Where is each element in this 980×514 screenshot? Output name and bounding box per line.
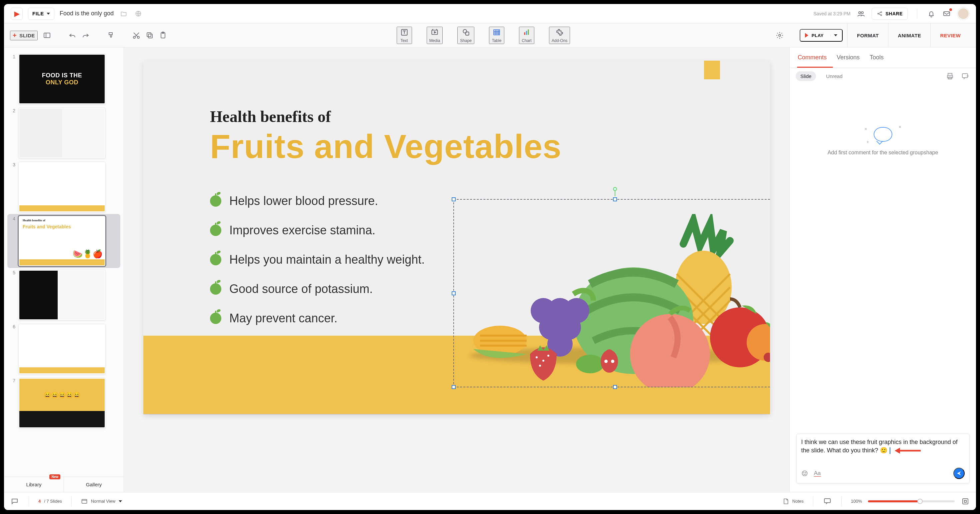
print-icon[interactable] bbox=[945, 72, 955, 81]
subtab-comments[interactable]: Comments bbox=[797, 52, 827, 63]
document-title[interactable]: Food is the only god bbox=[60, 10, 114, 17]
handle-w[interactable] bbox=[452, 291, 456, 295]
bullet-list[interactable]: Helps lower blood pressure. Improves exe… bbox=[210, 194, 425, 325]
svg-point-50 bbox=[802, 471, 807, 476]
zoom-slider[interactable] bbox=[868, 500, 955, 502]
thumbnails-scroll[interactable]: 1FOOD IS THEONLY GOD234Health benefits o… bbox=[4, 47, 124, 477]
thumbnail-item[interactable]: 3 bbox=[7, 160, 120, 214]
tab-format[interactable]: FORMAT bbox=[847, 23, 888, 47]
play-split[interactable] bbox=[830, 34, 837, 36]
thumbnail-preview bbox=[19, 270, 105, 320]
bullet-text: Helps lower blood pressure. bbox=[229, 194, 378, 208]
comment-pane-icon[interactable] bbox=[822, 496, 832, 506]
svg-rect-21 bbox=[528, 29, 529, 35]
svg-rect-20 bbox=[526, 31, 527, 35]
bullet-item[interactable]: Helps lower blood pressure. bbox=[210, 194, 425, 208]
play-icon bbox=[805, 33, 808, 38]
play-button[interactable]: PLAY bbox=[800, 29, 843, 42]
svg-point-51 bbox=[803, 473, 804, 473]
app-logo-icon: ▶ bbox=[14, 10, 19, 18]
view-selector[interactable]: Normal View bbox=[81, 498, 122, 504]
svg-point-39 bbox=[547, 355, 549, 356]
thumbnail-item[interactable]: 4Health benefits of Fruits and Vegetable… bbox=[7, 214, 120, 268]
slide-title[interactable]: Fruits and Vegetables bbox=[210, 127, 562, 165]
tab-animate[interactable]: ANIMATE bbox=[888, 23, 930, 47]
tab-library[interactable]: New Library bbox=[4, 477, 64, 492]
handle-n[interactable] bbox=[613, 197, 617, 201]
badge-dot bbox=[949, 8, 952, 11]
fit-icon[interactable] bbox=[961, 496, 970, 506]
chat-icon[interactable] bbox=[10, 496, 19, 506]
tab-review[interactable]: REVIEW bbox=[930, 23, 970, 47]
bullet-item[interactable]: Helps you maintain a healthy weight. bbox=[210, 253, 425, 267]
thumbnail-item[interactable]: 6 bbox=[7, 322, 120, 376]
subtab-tools[interactable]: Tools bbox=[869, 52, 885, 63]
emoji-icon[interactable] bbox=[801, 470, 808, 477]
collaborators-icon[interactable] bbox=[856, 9, 865, 18]
svg-point-1 bbox=[859, 12, 861, 14]
zoom-label[interactable]: 100% bbox=[851, 499, 862, 504]
total-slides: / 7 Slides bbox=[44, 499, 62, 504]
rotate-handle[interactable] bbox=[613, 187, 617, 191]
canvas-area[interactable]: Health benefits of Fruits and Vegetables… bbox=[124, 47, 789, 492]
share-button[interactable]: SHARE bbox=[872, 8, 908, 20]
app-logo-button[interactable]: ▶ bbox=[11, 8, 23, 20]
notes-toggle[interactable]: Notes bbox=[782, 498, 803, 504]
thumbnail-item[interactable]: 1FOOD IS THEONLY GOD bbox=[7, 52, 120, 106]
globe-icon[interactable] bbox=[134, 9, 143, 18]
comment-composer[interactable]: I think we can use these fruit graphics … bbox=[796, 434, 970, 483]
thumbnail-item[interactable]: 5 bbox=[7, 268, 120, 322]
filter-unread[interactable]: Unread bbox=[821, 71, 847, 81]
svg-point-41 bbox=[576, 355, 604, 373]
comment-add-icon[interactable] bbox=[961, 72, 970, 81]
filter-slide[interactable]: Slide bbox=[795, 71, 816, 81]
thumbnail-preview: Health benefits of Fruits and Vegetables… bbox=[19, 216, 105, 266]
zoom-knob[interactable] bbox=[917, 499, 923, 504]
folder-icon[interactable] bbox=[119, 9, 128, 18]
bullet-item[interactable]: May prevent cancer. bbox=[210, 311, 425, 325]
send-comment-button[interactable] bbox=[953, 468, 965, 479]
format-painter-icon[interactable] bbox=[107, 31, 115, 40]
thumbnail-item[interactable]: 2 bbox=[7, 106, 120, 160]
tab-library-label: Library bbox=[26, 482, 42, 487]
handle-nw[interactable] bbox=[452, 197, 456, 201]
thumbnail-item[interactable]: 7😄😄😄😄😄 bbox=[7, 376, 120, 430]
settings-gear-icon[interactable] bbox=[776, 31, 784, 40]
bullet-text: Improves exercise stamina. bbox=[229, 223, 375, 237]
mail-icon[interactable] bbox=[942, 9, 951, 18]
bullet-item[interactable]: Improves exercise stamina. bbox=[210, 223, 425, 237]
redo-icon[interactable] bbox=[82, 31, 90, 40]
layout-icon[interactable] bbox=[43, 31, 51, 40]
slide-4[interactable]: Health benefits of Fruits and Vegetables… bbox=[143, 60, 770, 414]
new-badge: New bbox=[49, 474, 60, 479]
thumbnail-number: 3 bbox=[10, 162, 15, 212]
insert-text[interactable]: Text bbox=[397, 27, 412, 44]
active-underline bbox=[797, 67, 833, 68]
text-format-icon[interactable]: Aa bbox=[814, 470, 821, 477]
svg-point-44 bbox=[605, 360, 608, 363]
bullet-item[interactable]: Good source of potassium. bbox=[210, 282, 425, 296]
insert-addons[interactable]: Add-Ons bbox=[549, 27, 570, 44]
thumbnail-number: 7 bbox=[10, 378, 15, 428]
insert-tools: Text Media Shape Table Chart Add-Ons bbox=[137, 27, 830, 44]
undo-icon[interactable] bbox=[68, 31, 76, 40]
insert-shape[interactable]: Shape bbox=[457, 27, 474, 44]
svg-point-37 bbox=[536, 356, 538, 358]
insert-table[interactable]: Table bbox=[489, 27, 504, 44]
avatar[interactable] bbox=[957, 8, 969, 20]
fruit-illustration[interactable] bbox=[457, 214, 770, 387]
insert-media[interactable]: Media bbox=[427, 27, 443, 44]
subtab-versions[interactable]: Versions bbox=[836, 52, 860, 63]
file-menu[interactable]: FILE bbox=[28, 8, 54, 20]
thumbnail-preview: FOOD IS THEONLY GOD bbox=[19, 54, 105, 104]
thumbnail-number: 6 bbox=[10, 324, 15, 374]
comment-input[interactable]: I think we can use these fruit graphics … bbox=[801, 438, 965, 454]
play-label: PLAY bbox=[812, 33, 824, 38]
new-slide-button[interactable]: + SLIDE bbox=[10, 31, 38, 40]
file-label: FILE bbox=[32, 11, 44, 16]
insert-chart[interactable]: Chart bbox=[519, 27, 535, 44]
current-slide: 4 bbox=[38, 499, 41, 504]
tab-gallery[interactable]: Gallery bbox=[64, 477, 124, 492]
slide-subtitle[interactable]: Health benefits of bbox=[210, 107, 331, 126]
bell-icon[interactable] bbox=[927, 9, 936, 18]
